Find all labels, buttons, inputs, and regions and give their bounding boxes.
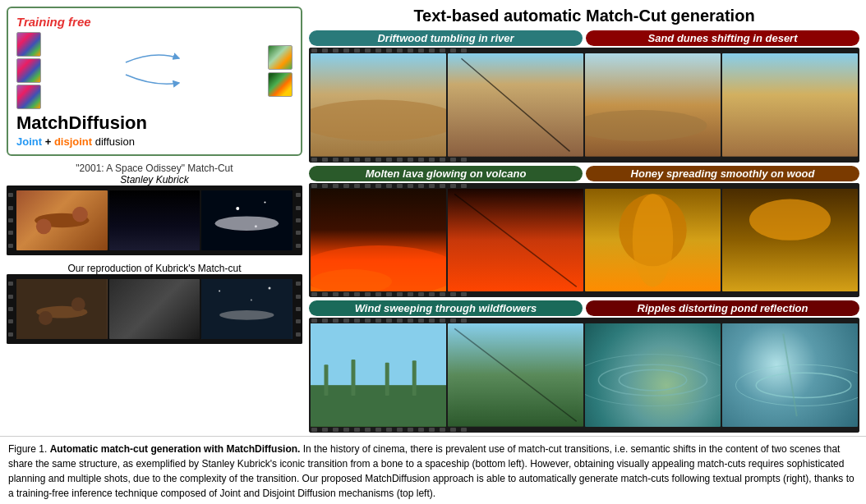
honey-cell-2	[722, 189, 858, 292]
hole	[429, 292, 435, 296]
hole	[461, 48, 467, 53]
hole	[333, 158, 339, 162]
hole	[461, 184, 467, 188]
hole	[461, 158, 467, 162]
hole	[418, 184, 424, 188]
sprocket-hole	[296, 206, 301, 210]
svg-point-2	[72, 207, 88, 222]
svg-point-14	[269, 286, 271, 289]
hole	[322, 292, 328, 296]
hole	[450, 184, 456, 188]
svg-rect-32	[311, 323, 446, 385]
svg-point-7	[215, 216, 279, 231]
hole	[333, 428, 339, 432]
svg-point-13	[219, 291, 220, 292]
hole	[322, 184, 328, 188]
desert-cell-2	[448, 53, 583, 157]
sprocket-hole	[8, 231, 13, 235]
svg-point-10	[39, 311, 53, 325]
disjoint-text: disjoint	[54, 135, 92, 148]
plus-text: +	[45, 135, 54, 148]
sprocket-hole	[296, 193, 301, 197]
right-rows: Driftwood tumbling in river Sand dunes s…	[309, 30, 859, 433]
hole	[333, 318, 339, 323]
hole	[322, 48, 328, 53]
repro-sprocket-left	[7, 274, 15, 344]
film-images-row-1	[309, 53, 859, 157]
label-ripples: Ripples distorting pond reflection	[586, 300, 859, 316]
film-strip-row-3	[309, 318, 859, 433]
hole	[418, 158, 424, 162]
hole	[365, 428, 371, 432]
desert-cell-4	[722, 53, 858, 157]
sprocket-hole	[296, 231, 301, 235]
svg-point-31	[749, 199, 831, 240]
repro-sprocket-right	[294, 274, 302, 344]
repro-ship-svg	[201, 279, 293, 339]
hole	[429, 48, 435, 53]
hole	[311, 292, 317, 296]
sprocket-hole	[296, 295, 301, 299]
ripple-cell-1	[585, 323, 721, 427]
hole	[354, 428, 360, 432]
sprocket-hole	[296, 244, 301, 248]
film-images-row-3	[309, 323, 859, 427]
repro-film-inner	[15, 274, 294, 344]
hole	[440, 428, 445, 432]
left-panel: Training free	[7, 7, 302, 433]
arrows	[122, 46, 187, 95]
hole	[343, 318, 349, 323]
hole	[429, 184, 435, 188]
hole	[461, 292, 467, 296]
hole	[408, 184, 413, 188]
sprocket-hole	[8, 332, 13, 337]
lava-cell-1	[311, 189, 446, 292]
hole	[429, 428, 435, 432]
hole	[375, 318, 381, 323]
right-title: Text-based automatic Match-Cut generatio…	[309, 7, 859, 25]
hole	[418, 292, 424, 296]
hole	[397, 428, 403, 432]
hole	[429, 158, 435, 162]
hole	[386, 318, 392, 323]
svg-point-5	[265, 202, 266, 204]
kubrick-cell-dark	[109, 190, 200, 250]
label-sand-dunes: Sand dunes shifting in desert	[586, 30, 859, 46]
hole	[343, 292, 349, 296]
hole	[397, 184, 403, 188]
film-strip-row-1	[309, 48, 859, 163]
hole	[375, 184, 381, 188]
sprocket-right-top	[294, 186, 302, 255]
svg-rect-37	[412, 361, 417, 396]
hole	[375, 428, 381, 432]
desert-svg-3	[585, 53, 721, 157]
hole	[354, 48, 360, 53]
hole	[365, 292, 371, 296]
hole	[450, 318, 456, 323]
svg-point-41	[585, 355, 721, 406]
figure-label: Figure 1.	[8, 443, 47, 455]
repro-cell-2	[109, 279, 200, 339]
hole	[440, 318, 445, 323]
kubrick-section: "2001: A Space Odissey" Match-Cut Stanle…	[7, 161, 302, 255]
label-honey: Honey spreading smoothly on wood	[586, 166, 859, 181]
desert-cell-3	[585, 53, 721, 157]
hole	[354, 318, 360, 323]
label-lava: Molten lava glowing on volcano	[309, 166, 583, 181]
sprocket-hole	[8, 282, 13, 286]
sprocket-hole	[8, 295, 13, 299]
hole	[450, 292, 456, 296]
kubrick-caption: "2001: A Space Odissey" Match-Cut	[7, 163, 302, 174]
svg-point-44	[736, 365, 859, 406]
hole	[386, 184, 392, 188]
hole	[343, 158, 349, 162]
ripple-cell-2	[722, 323, 858, 427]
hole	[440, 292, 445, 296]
hole	[343, 184, 349, 188]
kubrick-director: Stanley Kubrick	[7, 174, 302, 186]
space-svg	[201, 190, 293, 250]
hole	[397, 48, 403, 53]
hole	[311, 318, 317, 323]
label-driftwood: Driftwood tumbling in river	[309, 30, 583, 46]
hole	[386, 158, 392, 162]
